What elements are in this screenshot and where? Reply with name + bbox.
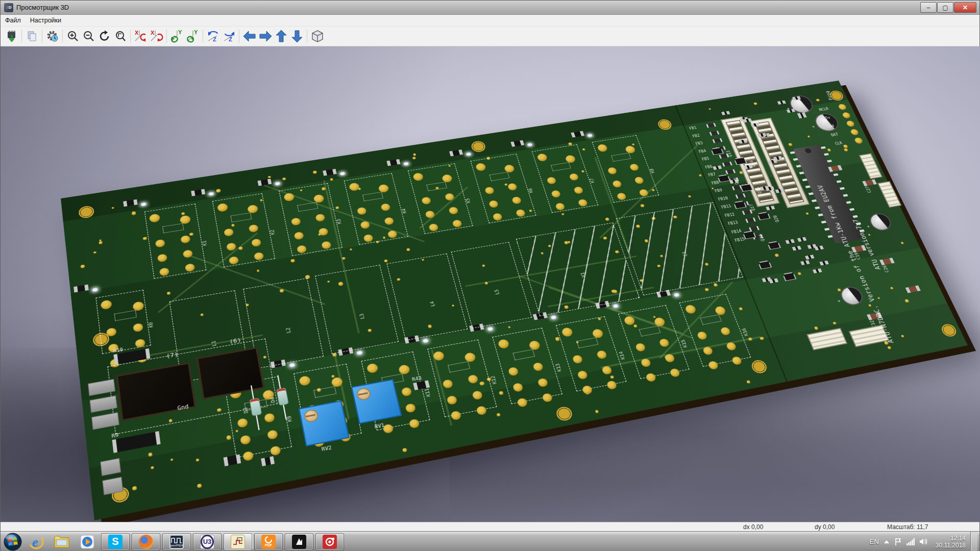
- redraw-button[interactable]: [96, 29, 112, 44]
- action-center-flag-icon[interactable]: [894, 538, 902, 546]
- pcb-board[interactable]: K1K2K3K4K5K6K7K8K9K10K11K12K13K14K15K16K…: [61, 81, 968, 520]
- show-desktop-button[interactable]: [970, 532, 977, 551]
- status-scale: Масштаб: 11,7: [887, 523, 928, 531]
- title-bar[interactable]: 3D Просмотрщик 3D – ▢ ✕: [1, 1, 979, 15]
- coil-footprint: L3: [315, 265, 399, 354]
- show-hidden-icons-chevron[interactable]: [884, 540, 890, 544]
- via-pad: [877, 297, 880, 299]
- settings-button[interactable]: [44, 29, 60, 44]
- relay-pad: [658, 338, 670, 347]
- menu-settings[interactable]: Настройки: [26, 15, 66, 26]
- relay-pad: [155, 239, 165, 248]
- via-pad: [335, 206, 339, 209]
- via-pad: [843, 145, 848, 148]
- prog-pad[interactable]: [842, 112, 851, 118]
- relay-pad: [224, 228, 234, 237]
- minimize-button[interactable]: –: [920, 2, 937, 13]
- mounting-hole: [656, 118, 673, 131]
- rotate-x-pos-button[interactable]: X: [149, 29, 164, 44]
- relay-ref: K8: [649, 168, 655, 173]
- zoom-fit-button[interactable]: [112, 29, 128, 44]
- smd-capacitor: [862, 179, 877, 186]
- smd-resistor: [792, 246, 802, 251]
- move-right-button[interactable]: [257, 29, 273, 44]
- move-left-button[interactable]: [241, 29, 257, 44]
- zoom-out-button[interactable]: [81, 29, 96, 44]
- taskbar-internet-explorer[interactable]: e: [23, 533, 49, 551]
- smd-led: [674, 293, 680, 297]
- copy-image-button[interactable]: [24, 29, 40, 44]
- move-down-button[interactable]: [289, 29, 305, 44]
- taskbar-firefox[interactable]: [132, 533, 160, 550]
- via-pad: [197, 484, 202, 488]
- language-indicator[interactable]: EN: [870, 538, 879, 545]
- prog-pad[interactable]: [838, 104, 847, 110]
- taskbar-psda[interactable]: open/PSDA: [162, 533, 191, 550]
- prog-pin-label: DAT: [830, 133, 839, 137]
- smd-resistor: [813, 268, 822, 273]
- relay-pad: [581, 385, 593, 395]
- via-pad: [148, 452, 153, 457]
- via-pad: [704, 288, 709, 291]
- relay-pad: [707, 361, 719, 370]
- diode-ref: D4: [269, 396, 276, 403]
- taskbar-windows-explorer[interactable]: [49, 533, 75, 551]
- relay-pad: [254, 252, 264, 261]
- menu-file[interactable]: Файл: [1, 15, 26, 26]
- smd-resistor: [800, 260, 810, 265]
- relay-pad: [653, 317, 666, 327]
- reload-board-button[interactable]: [4, 29, 19, 44]
- network-icon[interactable]: [906, 538, 915, 545]
- taskbar-black-app[interactable]: [285, 533, 313, 550]
- relay-pad: [401, 387, 412, 396]
- relay-pad: [468, 374, 479, 384]
- relay-pad: [492, 213, 503, 221]
- close-button[interactable]: ✕: [954, 2, 976, 13]
- via-pad: [216, 189, 221, 192]
- relay-pad: [640, 358, 651, 368]
- rotate-z-neg-button[interactable]: Z: [205, 29, 221, 44]
- taskbar-foxit-pdf[interactable]: PDF: [254, 533, 283, 550]
- sot23-transistor: [718, 175, 729, 182]
- relay-pad: [472, 390, 483, 400]
- prog-pad[interactable]: [846, 120, 855, 127]
- small-connector[interactable]: [859, 153, 883, 179]
- zoom-in-button[interactable]: [65, 29, 81, 44]
- prog-pad[interactable]: [850, 129, 860, 136]
- taskbar-u3[interactable]: U3: [193, 533, 222, 550]
- relay-pad: [635, 343, 646, 352]
- relay-pad: [106, 328, 117, 337]
- relay-footprint: K15: [618, 305, 690, 379]
- relay-footprint: K16: [679, 294, 751, 367]
- move-up-button[interactable]: [273, 29, 289, 44]
- taskbar-clock[interactable]: 12:14 30.11.2018: [933, 535, 966, 549]
- 3d-viewport[interactable]: K1K2K3K4K5K6K7K8K9K10K11K12K13K14K15K16K…: [1, 46, 980, 522]
- start-button[interactable]: [2, 532, 23, 551]
- small-connector[interactable]: [877, 181, 901, 208]
- taskbar-skype[interactable]: S: [101, 533, 130, 550]
- rotate-z-pos-button[interactable]: Z: [221, 29, 237, 44]
- relay-ref: K5: [465, 198, 472, 204]
- ortho-view-button[interactable]: [309, 29, 325, 44]
- rotate-x-neg-button[interactable]: X: [133, 29, 149, 44]
- taskbar-media-player[interactable]: [75, 533, 100, 551]
- ferrite-bead-ref: FB8: [711, 180, 720, 185]
- coil-ref: L2: [285, 327, 291, 333]
- relay-ref: K12: [490, 375, 498, 385]
- prog-pad[interactable]: [854, 137, 864, 144]
- via-pad: [499, 391, 504, 395]
- smd-led: [141, 203, 146, 207]
- rotate-y-pos-button[interactable]: Y: [185, 29, 201, 44]
- taskbar-screenshot-tool[interactable]: [315, 533, 344, 550]
- relay-pad: [516, 209, 526, 217]
- relay-ref: K1: [201, 240, 208, 246]
- volume-icon[interactable]: [919, 538, 928, 545]
- smd-capacitor: [879, 258, 895, 265]
- rotate-y-neg-button[interactable]: Y: [169, 29, 185, 44]
- relay-pad: [293, 232, 304, 240]
- via-pad: [814, 327, 819, 331]
- small-connector[interactable]: [806, 328, 847, 350]
- maximize-button[interactable]: ▢: [937, 2, 953, 13]
- taskbar-kicad-3d-viewer[interactable]: [224, 533, 252, 550]
- relay-pad: [592, 329, 604, 339]
